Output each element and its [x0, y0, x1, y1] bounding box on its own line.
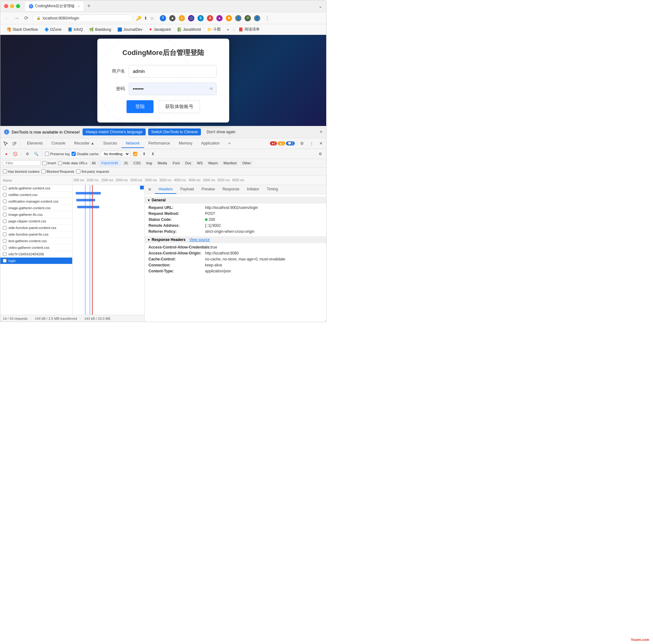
switch-to-chinese-button[interactable]: Switch DevTools to Chinese [148, 129, 201, 135]
username-input[interactable] [129, 65, 217, 77]
detail-tab-response[interactable]: Response [218, 185, 243, 194]
filter-all-btn[interactable]: All [89, 160, 98, 166]
active-tab[interactable]: C CodingMore后台管理端 × [25, 2, 83, 11]
list-item[interactable]: side-function-panel-fix.css [0, 231, 72, 238]
list-item[interactable]: notifier-content.css [0, 192, 72, 198]
forward-button[interactable]: → [14, 16, 20, 21]
bookmark-javatpoint[interactable]: ▼ Javatpoint [146, 26, 174, 33]
filter-media-btn[interactable]: Media [155, 160, 170, 166]
network-settings-icon[interactable]: ⚙ [317, 151, 324, 157]
hide-data-urls-checkbox[interactable]: Hide data URLs [58, 161, 88, 165]
detail-tab-headers[interactable]: Headers [155, 185, 176, 194]
list-item[interactable]: article-gatherer-content.css [0, 185, 72, 192]
list-item[interactable]: image-gatherer-content.css [0, 205, 72, 211]
blocked-cookies-input[interactable] [3, 169, 7, 174]
blocked-requests-input[interactable] [42, 169, 46, 174]
select-element-icon[interactable] [2, 139, 10, 148]
search-icon[interactable]: 🔍 [33, 151, 40, 157]
list-item-login[interactable]: login [0, 258, 72, 264]
devtools-more-icon[interactable]: ⋮ [307, 139, 315, 148]
bookmark-more[interactable]: » [224, 26, 232, 33]
ext-avatar-icon[interactable]: 👤 [254, 15, 260, 21]
general-section-header[interactable]: ▼ General [145, 197, 326, 204]
bookmark-reading-list[interactable]: 📕 阅读清单 [236, 26, 262, 33]
tab-application[interactable]: Application [197, 139, 224, 148]
import-icon[interactable]: ⬆ [141, 151, 148, 157]
tab-recorder[interactable]: Recorder ▲ [70, 139, 99, 148]
blocked-requests-checkbox[interactable]: Blocked Requests [42, 169, 74, 174]
third-party-input[interactable] [76, 169, 80, 174]
wifi-icon[interactable]: 📶 [132, 151, 139, 157]
tab-more[interactable]: » [224, 139, 235, 148]
list-item[interactable]: video-gatherer-content.css [0, 245, 72, 251]
ext-puzzle-icon[interactable]: 🧩 [245, 15, 251, 21]
filter-manifest-btn[interactable]: Manifest [221, 160, 239, 166]
filter-font-btn[interactable]: Font [170, 160, 182, 166]
export-icon[interactable]: ⬇ [149, 151, 156, 157]
invert-checkbox[interactable]: Invert [42, 161, 56, 165]
bookmark-dzone[interactable]: 🔷 DZone [42, 26, 64, 33]
tab-performance[interactable]: Performance [144, 139, 174, 148]
devtools-settings-icon[interactable]: ⚙ [298, 139, 306, 148]
clear-icon[interactable]: 🚫 [11, 151, 19, 157]
close-button[interactable] [4, 4, 8, 8]
list-item[interactable]: image-gatherer-fix.css [0, 211, 72, 218]
tab-sources[interactable]: Sources [99, 139, 121, 148]
back-button[interactable]: ← [4, 16, 10, 21]
invert-input[interactable] [42, 161, 46, 165]
preserve-log-input[interactable] [45, 152, 49, 156]
filter-css-btn[interactable]: CSS [131, 160, 143, 166]
more-options-icon[interactable]: ⋮ [265, 15, 270, 21]
filter-wasm-btn[interactable]: Wasm [205, 160, 220, 166]
password-input[interactable] [129, 83, 217, 95]
preserve-log-checkbox[interactable]: Preserve log [45, 152, 70, 156]
blocked-cookies-checkbox[interactable]: Has blocked cookies [3, 169, 40, 174]
filter-doc-btn[interactable]: Doc [183, 160, 194, 166]
view-source-link[interactable]: View source [189, 237, 210, 242]
dont-show-again-button[interactable]: Don't show again [203, 129, 239, 135]
bookmark-baeldung[interactable]: 🌿 Baeldung [87, 26, 114, 33]
filter-icon[interactable]: ⚙ [24, 151, 31, 157]
ext-circle-icon[interactable]: ● [216, 15, 223, 21]
error-badge[interactable]: ●3 ▲1 💬1 [268, 141, 297, 146]
detail-tab-initiator[interactable]: Initiator [243, 185, 263, 194]
share-icon[interactable]: ⬆ [144, 16, 148, 21]
filter-other-btn[interactable]: Other [240, 160, 254, 166]
ext-translate-icon[interactable]: T [160, 15, 166, 21]
ext-flower-icon[interactable]: ✿ [226, 15, 232, 21]
filter-img-btn[interactable]: Img [144, 160, 154, 166]
maximize-button[interactable] [16, 4, 20, 8]
list-item[interactable]: text-gatherer-content.css [0, 238, 72, 245]
throttle-select[interactable]: No throttling [100, 151, 130, 157]
url-bar[interactable]: 🔒 localhost:8080/#/login [32, 15, 133, 22]
bookmark-journaldev[interactable]: 🟦 JournalDev [115, 26, 145, 33]
disable-cache-checkbox[interactable]: Disable cache [72, 152, 99, 156]
filter-input[interactable] [3, 160, 41, 166]
ext-yellow-icon[interactable]: λ [179, 15, 185, 21]
minimize-button[interactable] [10, 4, 14, 8]
password-toggle-icon[interactable]: 👁 [209, 86, 214, 91]
tab-console[interactable]: Console [47, 139, 70, 148]
ext-hat-icon[interactable]: 👤 [235, 15, 241, 21]
tab-memory[interactable]: Memory [174, 139, 196, 148]
filter-js-btn[interactable]: JS [121, 160, 130, 166]
detail-tab-payload[interactable]: Payload [176, 185, 197, 194]
bookmark-icon[interactable]: ☆ [150, 16, 154, 21]
bookmark-doutu[interactable]: 📁 斗图 [205, 26, 223, 33]
reload-button[interactable]: ⟳ [23, 15, 29, 21]
detail-close-icon[interactable]: ✕ [146, 186, 153, 193]
bookmark-stackoverflow[interactable]: 🥞 Stack Overflow [4, 26, 41, 33]
disable-cache-input[interactable] [72, 152, 76, 156]
list-item[interactable]: info?t=1645410404206 [0, 251, 72, 258]
ext-dark1-icon[interactable]: ■ [169, 15, 175, 21]
record-icon[interactable]: ● [3, 151, 10, 157]
response-headers-section-header[interactable]: ▼ Response Headers View source [145, 236, 326, 243]
third-party-checkbox[interactable]: 3rd-party requests [76, 169, 109, 174]
tab-close-icon[interactable]: × [77, 4, 79, 8]
filter-fetch-xhr-btn[interactable]: Fetch/XHR [99, 160, 121, 166]
list-item[interactable]: page-clipper-content.css [0, 218, 72, 225]
bookmark-infoq[interactable]: 📘 InfoQ [65, 26, 86, 33]
list-item[interactable]: notification-manager-content.css [0, 198, 72, 205]
bookmark-javaworld[interactable]: 📗 JavaWorld [174, 26, 203, 33]
tab-elements[interactable]: Elements [23, 139, 47, 148]
